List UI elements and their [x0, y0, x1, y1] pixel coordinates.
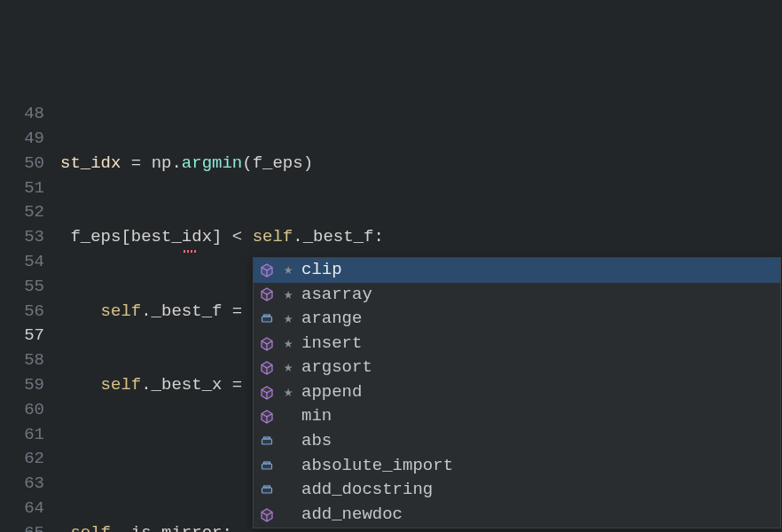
autocomplete-item[interactable]: ★clip — [254, 258, 780, 283]
autocomplete-item[interactable]: ★append — [254, 380, 780, 405]
autocomplete-label: clip — [301, 258, 342, 283]
autocomplete-label: argsort — [301, 356, 372, 380]
autocomplete-item[interactable]: ★arange — [254, 307, 780, 332]
autocomplete-item[interactable]: add_docstring — [254, 478, 780, 503]
svg-rect-7 — [264, 486, 270, 488]
autocomplete-item[interactable]: abs — [254, 429, 780, 454]
code-line: st_idx = np.argmin(f_eps) — [60, 152, 782, 176]
autocomplete-item[interactable]: min — [254, 405, 780, 430]
line-number: 49 — [0, 127, 44, 152]
line-number: 65 — [0, 521, 44, 532]
field-icon — [259, 434, 275, 450]
autocomplete-label: insert — [301, 332, 362, 356]
autocomplete-label: add_newdoc — [301, 503, 403, 528]
field-icon — [259, 458, 275, 474]
autocomplete-label: append — [301, 380, 362, 405]
autocomplete-label: min — [301, 404, 332, 429]
star-icon: ★ — [282, 332, 294, 356]
method-icon — [259, 336, 275, 352]
code-line: f_eps[best_idx] < self._best_f: — [60, 225, 782, 250]
method-icon — [259, 385, 275, 401]
line-number-gutter: 4849505152535455565758596061626364656667… — [0, 98, 60, 532]
svg-rect-5 — [264, 462, 270, 464]
autocomplete-item[interactable]: add_newdoc — [254, 503, 780, 528]
line-number: 55 — [0, 275, 44, 300]
autocomplete-label: add_docstring — [301, 478, 433, 503]
svg-rect-4 — [262, 464, 272, 469]
field-icon — [259, 482, 275, 498]
method-icon — [259, 262, 275, 278]
line-number: 60 — [0, 398, 44, 423]
line-number: 61 — [0, 423, 44, 448]
error-squiggle — [184, 250, 196, 253]
svg-rect-0 — [262, 317, 272, 322]
line-number: 48 — [0, 102, 44, 127]
autocomplete-label: arange — [301, 307, 362, 332]
line-number: 51 — [0, 176, 44, 201]
autocomplete-item[interactable]: absolute_import — [254, 454, 780, 479]
line-number: 63 — [0, 472, 44, 497]
star-icon: ★ — [282, 258, 294, 283]
star-icon: ★ — [282, 307, 294, 332]
svg-rect-1 — [264, 315, 270, 317]
field-icon — [259, 311, 275, 327]
method-icon — [259, 409, 275, 425]
method-icon — [259, 286, 275, 302]
line-number: 52 — [0, 200, 44, 225]
svg-rect-2 — [262, 439, 272, 444]
line-number: 50 — [0, 152, 44, 176]
autocomplete-label: abs — [301, 429, 332, 454]
star-icon: ★ — [282, 283, 294, 308]
line-number: 64 — [0, 497, 44, 521]
line-number: 58 — [0, 348, 44, 373]
method-icon — [259, 360, 275, 376]
line-number: 53 — [0, 225, 44, 250]
autocomplete-label: asarray — [301, 283, 372, 308]
svg-rect-6 — [262, 488, 272, 493]
line-number: 57 — [0, 324, 44, 348]
line-number: 59 — [0, 373, 44, 398]
star-icon: ★ — [282, 380, 294, 405]
method-icon — [259, 507, 275, 523]
line-number: 56 — [0, 300, 44, 325]
autocomplete-item[interactable]: ★asarray — [254, 283, 780, 308]
autocomplete-item[interactable]: ★insert — [254, 332, 780, 356]
autocomplete-label: absolute_import — [301, 454, 453, 479]
line-number: 62 — [0, 447, 44, 472]
autocomplete-item[interactable]: ★argsort — [254, 356, 780, 380]
star-icon: ★ — [282, 356, 294, 380]
svg-rect-3 — [264, 437, 270, 439]
line-number: 54 — [0, 250, 44, 275]
autocomplete-popup[interactable]: ★clip★asarray★arange★insert★argsort★appe… — [253, 257, 781, 528]
